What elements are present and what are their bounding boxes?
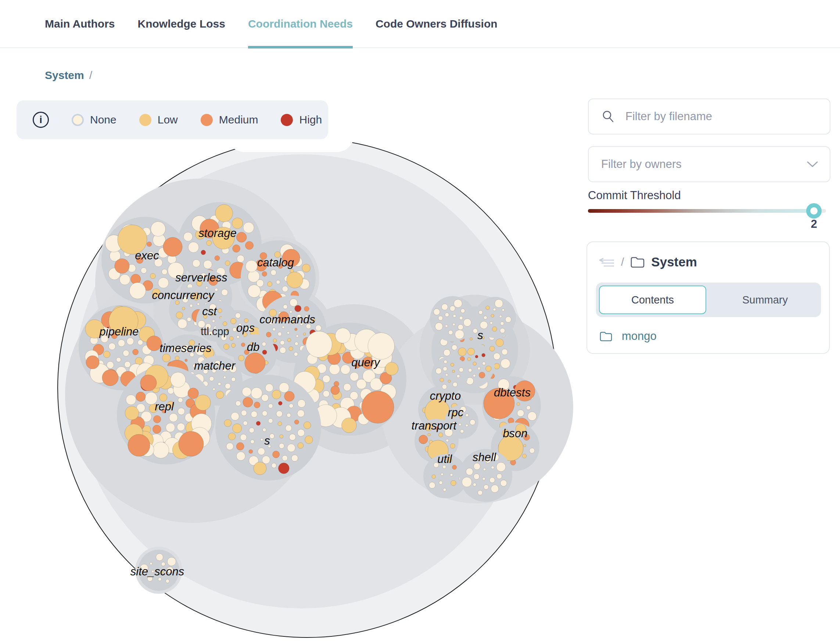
file-circle[interactable] <box>128 434 150 456</box>
file-circle[interactable] <box>242 387 251 397</box>
file-circle[interactable] <box>466 424 468 427</box>
file-circle[interactable] <box>306 331 332 357</box>
file-circle[interactable] <box>258 448 264 455</box>
file-circle[interactable] <box>454 299 462 308</box>
file-circle[interactable] <box>280 435 283 438</box>
file-circle[interactable] <box>522 454 526 458</box>
file-circle[interactable] <box>271 270 276 275</box>
file-circle[interactable] <box>218 382 221 385</box>
file-circle[interactable] <box>215 204 233 222</box>
file-circle[interactable] <box>140 375 157 391</box>
module-label[interactable]: ops <box>236 322 254 335</box>
file-circle[interactable] <box>302 264 310 272</box>
file-circle[interactable] <box>453 382 457 387</box>
file-circle[interactable] <box>223 376 226 379</box>
file-circle[interactable] <box>444 349 450 356</box>
file-circle[interactable] <box>108 343 116 350</box>
file-circle[interactable] <box>289 434 295 440</box>
module-label[interactable]: catalog <box>257 256 294 269</box>
file-circle[interactable] <box>216 391 224 399</box>
file-circle[interactable] <box>262 271 267 276</box>
file-circle[interactable] <box>435 323 443 330</box>
file-circle[interactable] <box>248 271 259 282</box>
file-circle[interactable] <box>263 350 267 354</box>
file-circle[interactable] <box>249 428 254 433</box>
file-circle[interactable] <box>460 429 464 433</box>
file-circle[interactable] <box>473 362 476 366</box>
file-circle[interactable] <box>483 477 485 480</box>
file-circle[interactable] <box>151 222 165 236</box>
module-label[interactable]: site_scons <box>130 565 184 578</box>
file-circle[interactable] <box>115 259 129 273</box>
file-circle[interactable] <box>295 342 298 346</box>
file-circle[interactable] <box>483 468 486 471</box>
file-circle[interactable] <box>493 308 496 311</box>
module-label[interactable]: exec <box>135 249 159 262</box>
file-circle[interactable] <box>436 368 442 374</box>
file-circle[interactable] <box>287 338 291 342</box>
file-circle[interactable] <box>439 316 443 320</box>
file-circle[interactable] <box>278 401 282 405</box>
file-circle[interactable] <box>228 433 235 440</box>
file-circle[interactable] <box>276 280 281 284</box>
file-circle[interactable] <box>461 308 465 313</box>
module-label[interactable]: matcher <box>194 359 236 372</box>
file-circle[interactable] <box>287 413 291 418</box>
file-circle[interactable] <box>212 320 215 322</box>
module-label[interactable]: pipeline <box>99 325 139 338</box>
file-circle[interactable] <box>294 420 299 424</box>
file-circle[interactable] <box>442 304 448 310</box>
file-circle[interactable] <box>284 391 294 401</box>
file-circle[interactable] <box>468 369 472 372</box>
file-circle[interactable] <box>385 362 398 375</box>
file-circle[interactable] <box>455 330 464 339</box>
file-circle[interactable] <box>265 384 273 392</box>
file-circle[interactable] <box>195 395 210 410</box>
file-circle[interactable] <box>526 406 530 410</box>
file-circle[interactable] <box>268 418 272 423</box>
file-circle[interactable] <box>466 414 468 417</box>
file-circle[interactable] <box>489 477 495 483</box>
file-circle[interactable] <box>291 455 298 462</box>
file-circle[interactable] <box>262 411 267 416</box>
file-circle[interactable] <box>178 319 187 328</box>
list-item-mongo[interactable]: mongo <box>599 330 657 343</box>
file-circle[interactable] <box>241 410 246 416</box>
file-circle[interactable] <box>152 425 161 434</box>
file-circle[interactable] <box>251 388 263 399</box>
file-circle[interactable] <box>295 328 297 331</box>
owners-filter-select[interactable]: Filter by owners <box>588 146 830 182</box>
file-circle[interactable] <box>156 554 163 561</box>
file-circle[interactable] <box>473 374 475 377</box>
commit-threshold-slider-handle[interactable] <box>806 203 822 219</box>
file-circle[interactable] <box>215 288 218 291</box>
file-circle[interactable] <box>289 404 294 408</box>
file-circle[interactable] <box>226 443 233 450</box>
file-circle[interactable] <box>240 434 246 441</box>
file-circle[interactable] <box>119 274 130 285</box>
file-circle[interactable] <box>473 328 478 333</box>
module-label[interactable]: repl <box>155 400 174 413</box>
tab-code-owners-diffusion[interactable]: Code Owners Diffusion <box>375 0 497 48</box>
file-circle[interactable] <box>116 357 121 362</box>
file-circle[interactable] <box>451 480 456 485</box>
file-circle[interactable] <box>178 408 185 415</box>
file-circle[interactable] <box>273 339 277 343</box>
file-circle[interactable] <box>446 439 449 442</box>
file-circle[interactable] <box>448 330 453 335</box>
file-circle[interactable] <box>458 423 461 426</box>
file-circle[interactable] <box>335 328 350 343</box>
file-circle[interactable] <box>245 353 265 373</box>
file-circle[interactable] <box>231 412 239 420</box>
file-circle[interactable] <box>263 428 266 432</box>
file-circle[interactable] <box>125 406 139 420</box>
file-circle[interactable] <box>470 338 473 340</box>
info-icon[interactable]: i <box>33 112 49 128</box>
file-circle[interactable] <box>167 557 176 566</box>
file-circle[interactable] <box>267 282 272 287</box>
file-circle[interactable] <box>166 423 175 432</box>
file-circle[interactable] <box>452 323 455 326</box>
file-circle[interactable] <box>135 357 143 365</box>
module-label[interactable]: shell <box>473 451 496 464</box>
file-circle[interactable] <box>262 342 266 346</box>
